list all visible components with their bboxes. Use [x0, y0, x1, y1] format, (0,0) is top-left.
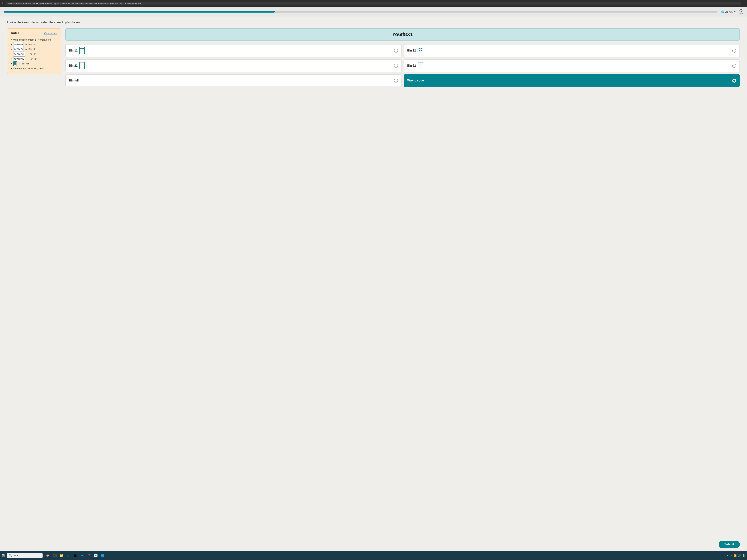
- option-bin11[interactable]: Bin 11: [66, 44, 402, 57]
- option-bin22[interactable]: Bin 22: [404, 59, 740, 72]
- bullet: •: [11, 47, 12, 52]
- search-bar[interactable]: 🔍 Search: [7, 553, 43, 558]
- taskbar-app-edge[interactable]: ⬭: [66, 553, 71, 558]
- option-bin21-label: Bin 21: [69, 62, 85, 69]
- option-wrongcode-label: Wrong code: [407, 79, 424, 82]
- bin12-icon: [418, 47, 423, 54]
- taskbar-app-store[interactable]: ⊞: [72, 553, 78, 558]
- arrow-icon: →: [18, 61, 21, 66]
- option-binfull-label: Bin full: [69, 79, 79, 82]
- bookmark-icon[interactable]: ☆: [743, 2, 745, 5]
- radio-binfull[interactable]: [394, 79, 398, 83]
- rule-bin-11: Bin 11: [28, 42, 35, 47]
- list-item: • Valid codes contain 5–7 characters: [11, 37, 57, 42]
- options-grid: Bin 11 Bin 12: [66, 44, 740, 87]
- bin21-icon: [79, 62, 85, 69]
- option-bin11-label: Bin 11: [69, 47, 85, 54]
- bin-full-icon: [13, 61, 17, 66]
- option-binfull[interactable]: Bin full: [66, 74, 402, 87]
- content-row: Rules View details • Valid codes contain…: [7, 28, 740, 87]
- item-code-display: Yo6If8X1: [66, 28, 740, 41]
- bullet: •: [11, 37, 12, 42]
- language-selector[interactable]: 🌐 EN (UK) ∨: [721, 10, 736, 13]
- list-item: • A###### → Bin 11: [11, 42, 57, 47]
- bullet: •: [11, 66, 12, 71]
- volume-icon: 🔊: [738, 554, 741, 557]
- list-item: • Z###### → Bin 12: [11, 47, 57, 52]
- option-bin21[interactable]: Bin 21: [66, 59, 402, 72]
- taskbar-app-chrome[interactable]: 🌐: [100, 553, 105, 558]
- progress-right: 🌐 EN (UK) ∨ ?: [721, 9, 743, 14]
- taskbar-app-outlook[interactable]: 📧: [93, 553, 99, 558]
- arrow-icon: →: [26, 52, 29, 56]
- bullet: •: [11, 61, 12, 66]
- rule-code-hash1: #######1: [13, 52, 25, 56]
- main-content: Look at the item code and select the cor…: [0, 17, 747, 539]
- taskbar: ⊞ 🔍 Search 🧙 ⬛ 📁 ⬭ ⊞ HP ❓ 📧 🌐 ∧ ☁ 📶 🔊 🔋: [0, 551, 747, 560]
- taskbar-app-wizard[interactable]: 🧙: [45, 553, 51, 558]
- battery-icon: 🔋: [742, 554, 745, 557]
- instruction-text: Look at the item code and select the cor…: [7, 21, 740, 24]
- taskbar-right: ∧ ☁ 📶 🔊 🔋: [727, 554, 745, 557]
- rules-title: Rules: [11, 31, 19, 35]
- list-item: • → Bin full: [11, 61, 57, 66]
- option-bin12[interactable]: Bin 12: [404, 44, 740, 57]
- arrow-icon: →: [25, 42, 27, 47]
- wifi-icon: 📶: [734, 554, 737, 557]
- taskbar-app-desktop[interactable]: ⬛: [52, 553, 58, 558]
- url-bar[interactable]: assessments.amazon.jobs/?locale=en-GB&re…: [6, 2, 741, 5]
- bullet: •: [11, 52, 12, 56]
- rule-bin-22: Bin 22: [30, 57, 36, 61]
- list-item: • #######1 → Bin 21: [11, 52, 57, 56]
- radio-bin22[interactable]: [732, 64, 736, 68]
- cloud-icon: ☁: [730, 554, 732, 557]
- rule-wrong-code: Wrong code: [31, 66, 44, 71]
- arrow-icon: →: [28, 66, 30, 71]
- bin22-icon: [418, 62, 423, 69]
- arrow-icon: →: [25, 47, 27, 52]
- option-wrongcode[interactable]: Wrong code: [404, 74, 740, 87]
- option-bin22-label: Bin 22: [407, 62, 423, 69]
- rules-list: • Valid codes contain 5–7 characters • A…: [11, 37, 57, 71]
- rule-code-hash2: #######2: [13, 56, 25, 61]
- submit-button[interactable]: Submit: [719, 541, 740, 548]
- radio-dot: [733, 80, 735, 82]
- arrow-icon: →: [26, 56, 29, 61]
- progress-bar: [4, 11, 718, 12]
- option-bin12-label: Bin 12: [407, 47, 423, 54]
- help-button[interactable]: ?: [739, 9, 743, 14]
- view-details-link[interactable]: View details: [44, 32, 57, 35]
- list-item: • #######2 → Bin 22: [11, 56, 57, 61]
- radio-wrongcode[interactable]: [732, 79, 736, 83]
- globe-icon: 🌐: [721, 10, 724, 13]
- browser-bar: ↻ assessments.amazon.jobs/?locale=en-GB&…: [0, 0, 747, 7]
- rule-code-a: A######: [13, 42, 24, 47]
- system-chevron[interactable]: ∧: [727, 554, 728, 557]
- rules-header: Rules View details: [11, 31, 57, 35]
- rule-bin-21: Bin 21: [30, 52, 36, 56]
- language-label: EN (UK): [725, 10, 733, 13]
- back-button[interactable]: ↻: [2, 2, 4, 5]
- taskbar-apps: 🧙 ⬛ 📁 ⬭ ⊞ HP ❓ 📧 🌐: [45, 553, 105, 558]
- taskbar-app-hp[interactable]: HP: [79, 553, 85, 558]
- windows-start-button[interactable]: ⊞: [2, 553, 5, 558]
- rules-panel: Rules View details • Valid codes contain…: [7, 28, 61, 74]
- taskbar-app-help[interactable]: ❓: [86, 553, 92, 558]
- bullet: •: [11, 42, 12, 47]
- taskbar-app-files[interactable]: 📁: [59, 553, 65, 558]
- progress-area: 🌐 EN (UK) ∨ ?: [0, 7, 747, 17]
- list-item: • 8 characters → Wrong code: [11, 66, 57, 71]
- rule-code-z: Z######: [13, 47, 24, 52]
- search-text: Search: [13, 554, 21, 557]
- radio-bin21[interactable]: [394, 64, 398, 68]
- options-area: Yo6If8X1 Bin 11: [66, 28, 740, 87]
- chevron-down-icon: ∨: [734, 10, 736, 13]
- radio-bin11[interactable]: [394, 49, 398, 53]
- rule-bin-full: Bin full: [22, 61, 29, 66]
- progress-fill: [4, 11, 275, 12]
- radio-bin12[interactable]: [732, 49, 736, 53]
- search-icon: 🔍: [9, 554, 12, 557]
- submit-area: Submit: [0, 539, 747, 551]
- bullet: •: [11, 57, 12, 61]
- rule-8chars: 8 characters: [13, 66, 27, 71]
